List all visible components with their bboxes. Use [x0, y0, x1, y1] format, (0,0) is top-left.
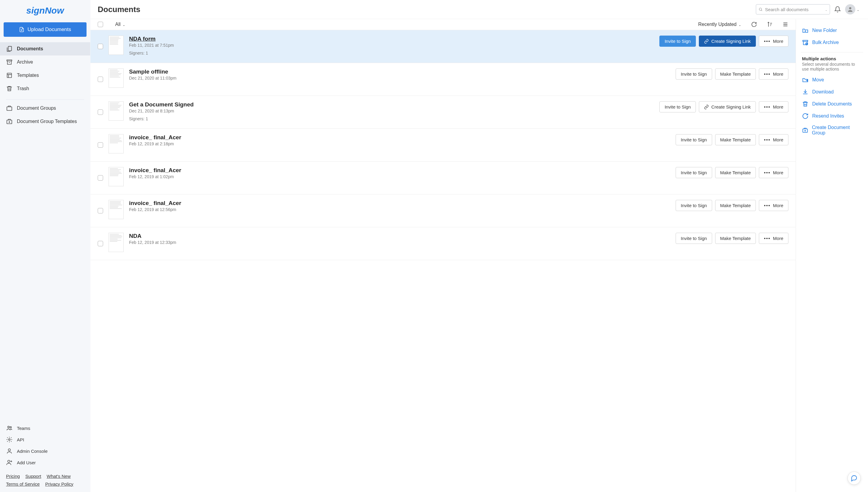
document-date: Feb 12, 2019 at 1:02pm	[129, 174, 670, 179]
user-menu[interactable]	[845, 4, 860, 15]
nav-item-add-user[interactable]: Add User	[0, 457, 90, 468]
create-group-icon	[802, 127, 808, 133]
avatar	[845, 4, 855, 15]
right-action-move[interactable]: Move	[796, 74, 868, 86]
make-template-button[interactable]: Make Template	[715, 134, 756, 145]
nav-item-documents[interactable]: Documents	[0, 42, 90, 55]
document-row[interactable]: invoice_ final_AcerFeb 12, 2019 at 1:02p…	[91, 162, 796, 194]
dots-icon: •••	[764, 137, 771, 142]
row-checkbox[interactable]	[98, 142, 103, 148]
nav-item-trash[interactable]: Trash	[0, 82, 90, 95]
document-area: All Recently Updated NDA formFe	[91, 19, 796, 492]
sort-dropdown[interactable]: Recently Updated	[698, 22, 741, 27]
sort-order-icon[interactable]	[767, 21, 773, 27]
nav-item-api[interactable]: API	[0, 434, 90, 445]
svg-rect-3	[7, 107, 12, 110]
nav-item-document-groups[interactable]: Document Groups	[0, 102, 90, 115]
document-row[interactable]: NDA formFeb 11, 2021 at 7:51pmSigners: 1…	[91, 30, 796, 63]
invite-to-sign-button[interactable]: Invite to Sign	[676, 69, 712, 80]
document-row[interactable]: NDAFeb 12, 2019 at 12:33pmInvite to Sign…	[91, 227, 796, 260]
document-row[interactable]: Get a Document SignedDec 21, 2020 at 8:1…	[91, 96, 796, 129]
upload-documents-button[interactable]: Upload Documents	[4, 22, 86, 37]
document-title[interactable]: invoice_ final_Acer	[129, 134, 670, 141]
row-checkbox[interactable]	[98, 44, 103, 49]
document-row[interactable]: Sample offlineDec 21, 2020 at 11:03pmInv…	[91, 63, 796, 96]
footer-link-privacy-policy[interactable]: Privacy Policy	[45, 482, 73, 487]
row-checkbox[interactable]	[98, 241, 103, 246]
delete-icon	[802, 101, 809, 107]
select-all-checkbox[interactable]	[98, 22, 103, 27]
footer-link-terms-of-service[interactable]: Terms of Service	[6, 482, 40, 487]
invite-to-sign-button[interactable]: Invite to Sign	[676, 233, 712, 244]
right-panel: New FolderBulk Archive Multiple actions …	[796, 19, 868, 492]
more-button[interactable]: •••More	[759, 69, 788, 80]
more-button[interactable]: •••More	[759, 233, 788, 244]
footer-link-support[interactable]: Support	[25, 474, 41, 479]
invite-to-sign-button[interactable]: Invite to Sign	[676, 167, 712, 178]
more-button[interactable]: •••More	[759, 200, 788, 211]
document-row[interactable]: invoice_ final_AcerFeb 12, 2019 at 2:18p…	[91, 129, 796, 162]
document-title[interactable]: invoice_ final_Acer	[129, 167, 670, 174]
make-template-button[interactable]: Make Template	[715, 200, 756, 211]
right-action-new-folder[interactable]: New Folder	[796, 24, 868, 36]
make-template-button[interactable]: Make Template	[715, 233, 756, 244]
make-template-button[interactable]: Make Template	[715, 69, 756, 80]
create-signing-link-button[interactable]: Create Signing Link	[699, 35, 756, 47]
make-template-button[interactable]: Make Template	[715, 167, 756, 178]
filter-dropdown[interactable]: All	[108, 22, 125, 27]
more-button[interactable]: •••More	[759, 35, 788, 47]
document-actions: Invite to SignCreate Signing Link•••More	[660, 101, 788, 113]
right-action-download[interactable]: Download	[796, 86, 868, 98]
document-date: Dec 21, 2020 at 8:13pm	[129, 108, 654, 113]
right-action-bulk-archive[interactable]: Bulk Archive	[796, 36, 868, 49]
svg-rect-12	[803, 41, 808, 42]
nav-item-admin-console[interactable]: Admin Console	[0, 445, 90, 457]
document-title[interactable]: NDA	[129, 233, 670, 239]
more-button[interactable]: •••More	[759, 167, 788, 178]
create-signing-link-button[interactable]: Create Signing Link	[699, 101, 756, 113]
nav-item-archive[interactable]: Archive	[0, 55, 90, 69]
chat-fab[interactable]	[847, 471, 861, 485]
dots-icon: •••	[764, 170, 771, 175]
footer-link-pricing[interactable]: Pricing	[6, 474, 20, 479]
download-icon	[802, 89, 809, 95]
nav-item-templates[interactable]: Templates	[0, 69, 90, 82]
invite-to-sign-button[interactable]: Invite to Sign	[660, 101, 696, 113]
templates-icon	[6, 72, 13, 79]
refresh-icon[interactable]	[751, 21, 757, 27]
document-info: Get a Document SignedDec 21, 2020 at 8:1…	[129, 101, 654, 121]
search-box[interactable]	[756, 4, 830, 15]
document-thumbnail	[108, 233, 124, 252]
more-button[interactable]: •••More	[759, 134, 788, 145]
invite-to-sign-button[interactable]: Invite to Sign	[676, 200, 712, 211]
bell-icon[interactable]	[834, 6, 841, 13]
row-checkbox[interactable]	[98, 109, 103, 115]
action-label: Download	[812, 89, 834, 95]
nav-item-document-group-templates[interactable]: Document Group Templates	[0, 115, 90, 128]
document-info: invoice_ final_AcerFeb 12, 2019 at 1:02p…	[129, 167, 670, 179]
right-action-create-document-group[interactable]: Create Document Group	[796, 122, 868, 139]
invite-to-sign-button[interactable]: Invite to Sign	[660, 35, 696, 47]
nav-label: Archive	[17, 59, 33, 65]
document-title[interactable]: invoice_ final_Acer	[129, 200, 670, 206]
invite-to-sign-button[interactable]: Invite to Sign	[676, 134, 712, 145]
nav-label: Document Group Templates	[17, 119, 77, 124]
dots-icon: •••	[764, 236, 771, 241]
document-title[interactable]: NDA form	[129, 35, 654, 42]
more-button[interactable]: •••More	[759, 101, 788, 113]
view-mode-icon[interactable]	[783, 21, 788, 27]
nav-item-teams[interactable]: Teams	[0, 422, 90, 434]
row-checkbox[interactable]	[98, 77, 103, 82]
search-input[interactable]	[765, 7, 822, 12]
footer-link-what-s-new[interactable]: What's New	[47, 474, 71, 479]
row-checkbox[interactable]	[98, 208, 103, 214]
right-action-resend-invites[interactable]: Resend Invites	[796, 110, 868, 122]
document-title[interactable]: Get a Document Signed	[129, 101, 654, 108]
svg-rect-2	[7, 73, 12, 78]
chevron-down-icon[interactable]	[825, 8, 827, 11]
row-checkbox[interactable]	[98, 175, 103, 180]
document-title[interactable]: Sample offline	[129, 69, 670, 75]
right-action-delete-documents[interactable]: Delete Documents	[796, 98, 868, 110]
document-list: NDA formFeb 11, 2021 at 7:51pmSigners: 1…	[91, 30, 796, 260]
document-row[interactable]: invoice_ final_AcerFeb 12, 2019 at 12:56…	[91, 194, 796, 227]
